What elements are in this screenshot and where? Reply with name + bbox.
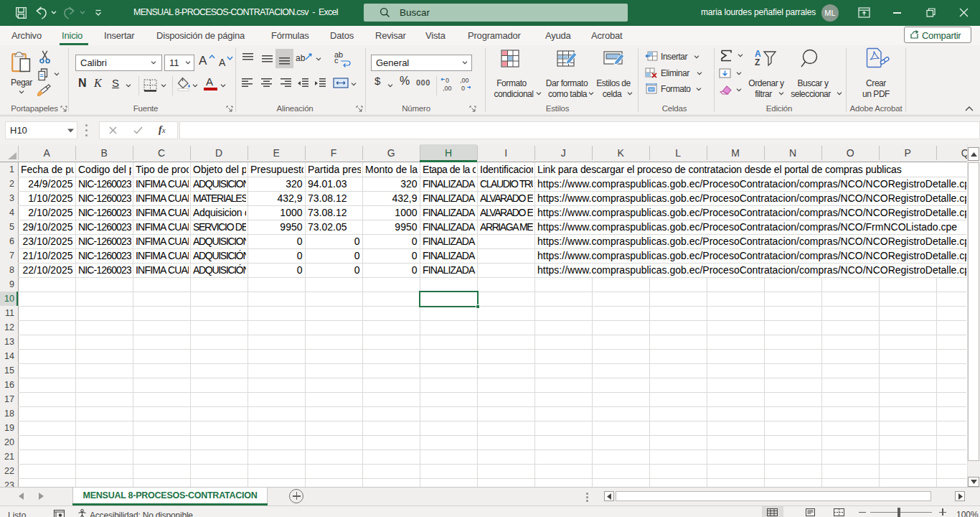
svg-text:,00: ,00 <box>460 77 469 84</box>
svg-text:0: 0 <box>446 77 449 84</box>
svg-text:0: 0 <box>461 85 465 92</box>
svg-text:,00: ,00 <box>443 85 452 92</box>
